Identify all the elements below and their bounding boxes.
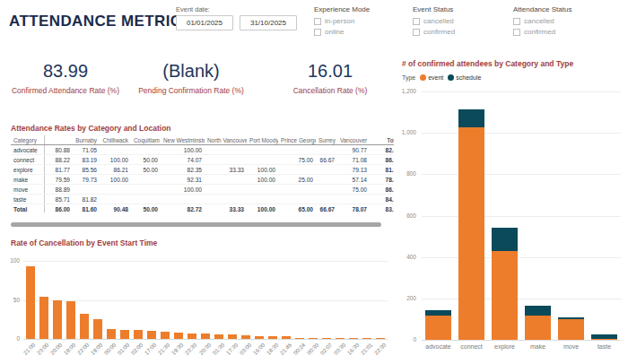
cell-value [205,145,247,155]
column-header[interactable]: North Vancouver [205,135,247,145]
bar-19:00[interactable] [93,319,102,339]
x-tick-label: 21:30 [157,342,171,356]
bar-01:30[interactable] [214,334,223,339]
bar-19:30[interactable] [174,333,183,339]
column-header[interactable]: Prince George [278,135,316,145]
bar-00:24[interactable] [295,338,304,339]
x-tick-label: 21:01 [360,342,374,356]
checkbox-icon[interactable] [314,18,321,25]
bar-00:00[interactable] [107,329,116,339]
filter-option-label: in-person [325,17,354,25]
bar-move-schedule[interactable] [558,317,584,319]
bar-advocate-schedule[interactable] [425,310,451,316]
attendance-matrix-container[interactable]: CategoryBurnabyChilliwackCoquitlamNew We… [11,135,394,212]
x-tick-label: make [521,343,554,350]
cell-value: 85.56 [73,165,100,175]
filter-option-confirmed[interactable]: confirmed [513,28,607,36]
bar-connect-schedule[interactable] [458,109,484,128]
bar-21:00[interactable] [26,266,35,339]
bar-16:30[interactable] [349,338,358,339]
bar-16:00[interactable] [255,336,264,339]
column-header[interactable]: Coquitlam [131,135,161,145]
table-row[interactable]: Total86.0081.6090.4850.0082.7233.33100.0… [11,204,394,213]
bar-22:00[interactable] [80,314,89,339]
column-header[interactable]: Total [370,135,394,145]
filter-option-label: cancelled [524,17,554,25]
cell-value: 83.99 [370,204,394,213]
bar-advocate-event[interactable] [425,316,451,340]
cell-value [205,195,247,204]
column-header[interactable] [44,135,73,145]
bar-make-event[interactable] [525,316,551,340]
cell-value: 100.00 [100,155,131,165]
column-header[interactable]: New Westminster [161,135,205,145]
table-row[interactable]: taste85.7181.8284.38 [11,195,394,204]
bar-21:45[interactable] [282,336,291,339]
cell-value: 83.19 [73,155,100,165]
bar-make-schedule[interactable] [525,306,551,316]
cell-value: 79.13 [337,165,370,175]
checkbox-icon[interactable] [314,29,321,36]
filter-option-cancelled[interactable]: cancelled [413,17,507,25]
bar-03:00[interactable] [241,335,250,339]
column-header[interactable]: Surrey [316,135,337,145]
bar-20:00[interactable] [53,300,62,340]
x-tick-label: 17:00 [144,342,158,356]
bar-21:01[interactable] [362,338,371,339]
x-tick-label: 19:00 [90,342,104,356]
filter-option-in-person[interactable]: in-person [314,17,408,25]
bar-01:00[interactable] [120,330,129,339]
column-header[interactable]: Chilliwack [100,135,131,145]
bar-18:00[interactable] [66,301,75,339]
bar-18:30[interactable] [268,336,277,339]
column-header[interactable]: Burnaby [73,135,100,145]
table-row[interactable]: move88.89100.0075.0086.55 [11,185,394,195]
table-row[interactable]: make79.5979.73100.0092.31100.0025.0057.1… [11,175,394,185]
bar-22:30[interactable] [376,338,385,339]
bar-explore-event[interactable] [492,251,518,340]
table-row[interactable]: connect88.2283.19100.0050.0074.0775.0066… [11,155,394,165]
row-label: connect [11,155,44,165]
checkbox-icon[interactable] [413,29,420,36]
bar-02:07[interactable] [322,338,331,339]
table-row[interactable]: explore81.7785.5686.2150.0082.3533.33100… [11,165,394,175]
filter-option-label: online [325,28,344,36]
bar-23:30[interactable] [188,334,196,339]
filter-option-cancelled[interactable]: cancelled [513,17,607,25]
table-row[interactable]: advocate80.8871.05100.0090.7782.66 [11,145,394,155]
column-header[interactable]: Vancouver [337,135,370,145]
bar-explore-schedule[interactable] [492,228,518,250]
bar-connect-event[interactable] [458,127,484,340]
horizontal-scrollbar[interactable] [11,222,381,227]
filter-option-confirmed[interactable]: confirmed [413,28,507,36]
bar-23:00[interactable] [39,297,48,339]
filter-option-online[interactable]: online [314,28,408,36]
bar-21:30[interactable] [161,332,170,339]
bar-move-event[interactable] [558,319,584,340]
event-date-start-input[interactable]: 01/01/2025 [176,15,233,30]
cell-value: 79.59 [44,175,73,185]
column-header[interactable]: Category [11,135,44,145]
checkbox-icon[interactable] [513,29,520,36]
kpi-value: 83.99 [7,61,124,82]
column-header[interactable]: Port Moody [247,135,278,145]
cell-value [316,145,337,155]
checkbox-icon[interactable] [513,18,520,25]
bar-03:30[interactable] [336,338,345,339]
legend-item-label: schedule [456,74,481,81]
legend-item-schedule[interactable]: schedule [448,74,481,81]
kpi-cancellation-rate: 16.01 Cancellation Rate (%) [274,61,387,95]
legend-item-event[interactable]: event [420,74,443,81]
cell-value: 82.72 [161,204,205,213]
bar-00:30[interactable] [309,338,318,339]
bar-taste-event[interactable] [591,339,617,340]
bar-20:30[interactable] [201,334,210,339]
event-date-end-input[interactable]: 31/10/2025 [240,15,297,30]
cell-value: 92.31 [161,175,205,185]
bar-17:30[interactable] [228,334,237,339]
checkbox-icon[interactable] [413,18,420,25]
bar-17:00[interactable] [147,331,156,339]
gridline [422,299,621,299]
bar-02:00[interactable] [134,330,143,339]
bar-taste-schedule[interactable] [591,334,617,339]
